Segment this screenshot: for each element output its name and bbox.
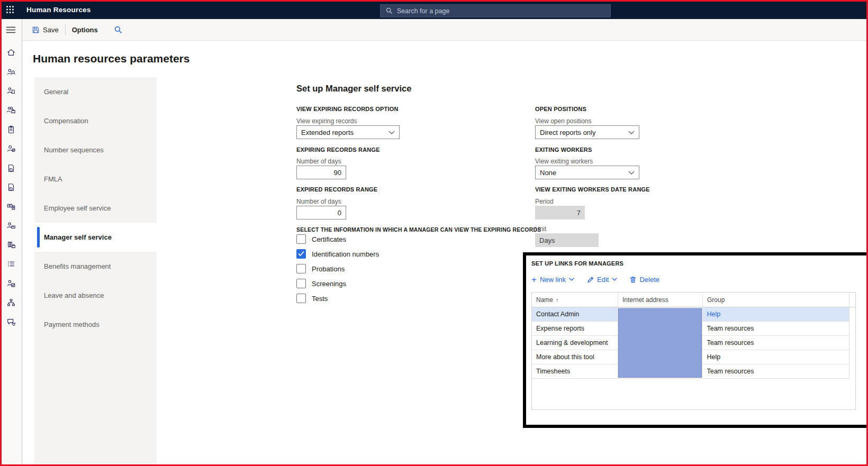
expiring-days-label: Number of days [296, 158, 341, 165]
hamburger-icon [6, 26, 15, 33]
worker-document-icon[interactable] [0, 81, 22, 100]
view-exiting-workers-value: None [540, 169, 628, 177]
checkbox-screenings[interactable]: Screenings [296, 279, 346, 288]
worker-approval-icon[interactable] [0, 274, 22, 293]
column-header-name-label: Name [536, 296, 553, 304]
team-briefcase-icon[interactable] [0, 100, 22, 120]
view-expiring-records-label: View expiring records [296, 117, 357, 125]
cell-name[interactable]: Expense reports [532, 322, 618, 335]
edit-pencil-icon [587, 276, 594, 283]
checkbox-label: Identification numbers [312, 250, 379, 258]
tab-manager-self-service[interactable]: Manager self service [34, 223, 157, 252]
page-title: Human resources parameters [33, 52, 189, 65]
tab-fmla[interactable]: FMLA [34, 165, 157, 194]
tab-employee-self-service[interactable]: Employee self service [34, 194, 157, 223]
unit-field-disabled: Days [535, 233, 599, 247]
people-icon[interactable] [0, 62, 22, 81]
view-exiting-workers-select[interactable]: None [535, 166, 639, 179]
view-expiring-records-value: Extended reports [301, 129, 388, 136]
tab-general[interactable]: General [34, 77, 157, 106]
cell-group-link[interactable]: Help [702, 307, 849, 321]
app-title: Human Resources [26, 6, 91, 14]
view-expiring-records-select[interactable]: Extended reports [296, 125, 400, 139]
checkbox-probations[interactable]: Probations [296, 264, 345, 273]
benefits-columns-icon[interactable] [0, 235, 22, 254]
view-open-positions-label: View open positions [535, 117, 592, 125]
chevron-down-icon [628, 171, 635, 175]
search-icon [114, 26, 122, 34]
tasks-clipboard-icon[interactable] [0, 120, 22, 139]
cell-name[interactable]: Contact Admin [532, 307, 618, 321]
module-icon-rail [0, 19, 22, 466]
cell-name[interactable]: Learning & development [532, 336, 618, 350]
expired-days-input[interactable] [296, 206, 346, 220]
document-process-alt-icon[interactable] [0, 178, 22, 197]
app-launcher-button[interactable] [0, 0, 20, 19]
links-section-header: SET UP LINKS FOR MANAGERS [531, 260, 623, 267]
chevron-down-icon [388, 131, 395, 134]
checkbox-identification-numbers[interactable]: Identification numbers [296, 249, 379, 259]
check-icon [298, 251, 304, 257]
column-header-internet-address[interactable]: Internet address [618, 293, 702, 307]
cell-name[interactable]: Timesheets [532, 364, 618, 378]
checkbox-box [296, 279, 306, 288]
period-field-disabled: 7 [535, 206, 585, 220]
column-header-internet-address-label: Internet address [622, 296, 668, 304]
search-icon [386, 7, 393, 14]
checkbox-certificates[interactable]: Certificates [296, 234, 346, 244]
plus-icon: + [531, 275, 537, 284]
new-link-label: New link [540, 276, 566, 284]
sort-ascending-icon: ↑ [556, 297, 559, 303]
column-header-gutter [849, 293, 855, 307]
column-header-name[interactable]: Name ↑ [532, 293, 618, 307]
cell-group[interactable]: Team resources [702, 364, 849, 378]
excluded-worker-icon[interactable] [0, 139, 22, 158]
delete-button[interactable]: Delete [630, 276, 659, 284]
unit-label: Unit [535, 225, 546, 233]
options-label: Options [72, 26, 98, 34]
feedback-shield-icon[interactable] [0, 312, 22, 331]
chevron-down-icon [628, 131, 635, 134]
delete-label: Delete [639, 276, 659, 284]
cell-name[interactable]: More about this tool [532, 350, 618, 364]
checkbox-box [296, 294, 306, 303]
options-button[interactable]: Options [68, 22, 102, 38]
sidebar-icon-list [0, 43, 22, 332]
checkbox-label: Screenings [312, 280, 346, 288]
chevron-down-icon [612, 278, 617, 281]
save-button[interactable]: Save [28, 22, 63, 38]
document-process-icon[interactable] [0, 158, 22, 177]
page-search-box[interactable] [380, 4, 611, 17]
new-link-button[interactable]: + New link [531, 275, 574, 284]
checkbox-tests[interactable]: Tests [296, 294, 328, 303]
payroll-calculator-icon[interactable] [0, 197, 22, 216]
tab-compensation[interactable]: Compensation [34, 106, 157, 135]
chevron-down-icon [569, 278, 574, 281]
home-icon[interactable] [0, 43, 22, 62]
screen: Human Resources Save Options [0, 0, 868, 466]
checkbox-label: Certificates [312, 235, 346, 243]
tab-payment-methods[interactable]: Payment methods [34, 310, 157, 339]
worker-board-icon[interactable] [0, 216, 22, 235]
tab-benefits-management[interactable]: Benefits management [34, 252, 157, 281]
toolbar-search-button[interactable] [110, 26, 128, 34]
links-for-managers-highlight-box: SET UP LINKS FOR MANAGERS + New link Edi… [523, 252, 868, 428]
view-open-positions-select[interactable]: Direct reports only [535, 125, 639, 139]
page-body: General Compensation Number sequences FM… [22, 77, 868, 466]
cell-group[interactable]: Help [702, 350, 849, 364]
cell-group[interactable]: Team resources [702, 336, 849, 350]
column-header-group[interactable]: Group [702, 293, 849, 307]
view-expiring-records-section-header: VIEW EXPIRING RECORDS OPTION [296, 106, 399, 112]
page-search-input[interactable] [397, 7, 605, 15]
expand-navigation-button[interactable] [0, 19, 22, 41]
edit-button[interactable]: Edit [587, 276, 617, 284]
tab-leave-and-absence[interactable]: Leave and absence [34, 281, 157, 310]
cell-group[interactable]: Team resources [702, 322, 849, 335]
expiring-info-section-header: SELECT THE INFORMATION IN WHICH A MANAGE… [296, 226, 541, 233]
expiring-days-input[interactable] [296, 166, 346, 179]
organization-chart-icon[interactable] [0, 293, 22, 312]
tab-number-sequences[interactable]: Number sequences [34, 135, 157, 165]
checklist-icon[interactable] [0, 254, 22, 273]
view-open-positions-value: Direct reports only [540, 129, 628, 136]
parameters-tab-list: General Compensation Number sequences FM… [34, 77, 157, 466]
